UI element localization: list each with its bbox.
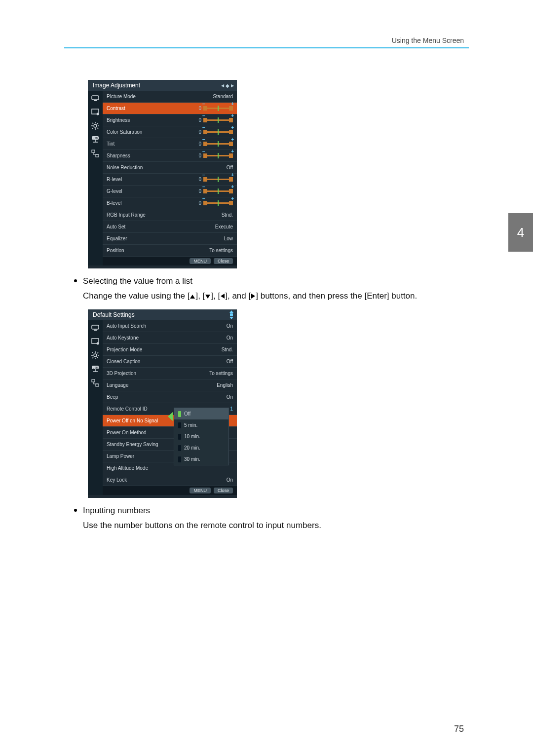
svg-line-11 xyxy=(92,128,93,129)
slider-control[interactable]: 0−+ xyxy=(196,117,233,123)
svg-point-3 xyxy=(97,113,99,115)
left-arrow-icon xyxy=(221,294,225,299)
bullet-dot-icon xyxy=(74,509,77,512)
menu-titlebar: Default Settings xyxy=(88,309,237,320)
row-projection-mode[interactable]: Projection ModeStnd. xyxy=(103,344,237,356)
menu-category-tabs: USB xyxy=(88,320,103,495)
row-beep[interactable]: BeepOn xyxy=(103,391,237,403)
page-number: 75 xyxy=(454,724,464,734)
row-label: R-level xyxy=(107,177,122,182)
settings-gear-icon[interactable] xyxy=(90,120,101,131)
svg-rect-17 xyxy=(92,150,95,152)
marker-icon xyxy=(178,434,181,440)
row-g-level[interactable]: G-level 0−+ xyxy=(103,186,237,197)
row-label: Auto Set xyxy=(107,224,125,229)
row-value: Off xyxy=(227,359,233,364)
menu-title: Default Settings xyxy=(93,311,135,318)
row-auto-set[interactable]: Auto Set Execute xyxy=(103,221,237,233)
row-label: Equalizer xyxy=(107,236,127,241)
usb-tab-icon[interactable]: USB xyxy=(90,364,101,375)
row-position[interactable]: Position To settings xyxy=(103,245,237,257)
row-key-lock[interactable]: Key LockOn xyxy=(103,474,237,486)
marker-icon xyxy=(178,445,181,451)
settings-gear-icon[interactable] xyxy=(90,350,101,361)
slider-control[interactable]: 0−+ xyxy=(196,200,233,206)
row-value: Execute xyxy=(215,224,233,229)
dropdown-item[interactable]: 10 min. xyxy=(174,431,228,442)
slider-control[interactable]: 0−+ xyxy=(196,177,233,182)
row-label: Beep xyxy=(107,394,118,400)
display-tab-icon[interactable] xyxy=(90,107,101,117)
nav-up-down-icon xyxy=(229,310,234,319)
row-sharpness[interactable]: Sharpness 0−+ xyxy=(103,150,237,162)
row-label: Contrast xyxy=(107,106,125,111)
svg-text:USB: USB xyxy=(93,137,98,140)
row-language[interactable]: LanguageEnglish xyxy=(103,379,237,391)
row-value: Low xyxy=(224,236,233,241)
network-tab-icon[interactable] xyxy=(90,148,101,159)
row-tint[interactable]: Tint 0−+ xyxy=(103,138,237,150)
row-label: Projection Mode xyxy=(107,347,142,352)
row-value: To settings xyxy=(209,371,233,376)
row-color-saturation[interactable]: Color Saturation 0−+ xyxy=(103,126,237,138)
row-label: Tint xyxy=(107,141,114,147)
up-arrow-icon xyxy=(190,295,195,299)
row-r-level[interactable]: R-level 0−+ xyxy=(103,174,237,186)
network-tab-icon[interactable] xyxy=(90,378,101,388)
input-tab-icon[interactable] xyxy=(90,322,101,333)
slider-control[interactable]: 0−+ xyxy=(196,129,233,135)
dropdown-item[interactable]: 20 min. xyxy=(174,442,228,454)
row-auto-input-search[interactable]: Auto Input SearchOn xyxy=(103,320,237,332)
row-label: Color Saturation xyxy=(107,129,142,135)
display-tab-icon[interactable] xyxy=(90,336,101,347)
menu-category-tabs: USB xyxy=(88,91,103,265)
row-value: Stnd. xyxy=(222,212,233,218)
slider-control[interactable]: 0 −+ xyxy=(196,106,233,111)
row-value: On xyxy=(227,323,233,329)
dropdown-item[interactable]: 30 min. xyxy=(174,454,228,465)
default-settings-menu: Default Settings USB Auto Input SearchOn… xyxy=(88,309,237,498)
slider-control[interactable]: 0−+ xyxy=(196,153,233,158)
row-label: G-level xyxy=(107,189,122,194)
marker-icon xyxy=(178,422,181,428)
row-value: On xyxy=(227,477,233,483)
row-value: To settings xyxy=(209,248,233,253)
close-button[interactable]: Close xyxy=(214,258,233,264)
row-value: Off xyxy=(227,165,233,170)
row-value: On xyxy=(227,394,233,400)
row-closed-caption[interactable]: Closed CaptionOff xyxy=(103,356,237,368)
close-button[interactable]: Close xyxy=(214,488,233,493)
row-contrast[interactable]: Contrast 0 −+ xyxy=(103,103,237,114)
row-label: Power Off on No Signal xyxy=(107,418,158,423)
menu-button[interactable]: MENU xyxy=(190,488,211,493)
menu-button[interactable]: MENU xyxy=(190,258,211,264)
usb-tab-icon[interactable]: USB xyxy=(90,134,101,145)
instruction-line: Change the value using the [], [], [], a… xyxy=(83,290,464,302)
slider-control[interactable]: 0−+ xyxy=(196,189,233,194)
svg-point-22 xyxy=(97,342,99,345)
row-rgb-input-range[interactable]: RGB Input Range Stnd. xyxy=(103,209,237,221)
row-noise-reduction[interactable]: Noise Reduction Off xyxy=(103,162,237,174)
dropdown-item[interactable]: 5 min. xyxy=(174,419,228,431)
svg-point-4 xyxy=(94,124,97,127)
dropdown-list[interactable]: Off 5 min. 10 min. 20 min. 30 min. xyxy=(174,408,229,465)
row-3d-projection[interactable]: 3D ProjectionTo settings xyxy=(103,368,237,379)
row-value: On xyxy=(227,335,233,340)
menu-rows: Picture Mode Standard Contrast 0 −+ Brig… xyxy=(103,91,237,265)
slider-control[interactable]: 0−+ xyxy=(196,141,233,147)
input-tab-icon[interactable] xyxy=(90,93,101,104)
row-b-level[interactable]: B-level 0−+ xyxy=(103,197,237,209)
row-equalizer[interactable]: Equalizer Low xyxy=(103,233,237,245)
svg-rect-20 xyxy=(94,330,97,331)
row-label: Picture Mode xyxy=(107,94,136,99)
row-label: Position xyxy=(107,248,124,253)
row-brightness[interactable]: Brightness 0−+ xyxy=(103,114,237,126)
svg-rect-1 xyxy=(94,100,97,101)
row-label: Lamp Power xyxy=(107,454,134,459)
bullet-text: Inputting numbers xyxy=(83,505,150,517)
svg-line-28 xyxy=(92,352,93,353)
current-marker-icon xyxy=(178,411,181,417)
dropdown-item[interactable]: Off xyxy=(174,408,228,419)
row-auto-keystone[interactable]: Auto KeystoneOn xyxy=(103,332,237,344)
row-picture-mode[interactable]: Picture Mode Standard xyxy=(103,91,237,103)
